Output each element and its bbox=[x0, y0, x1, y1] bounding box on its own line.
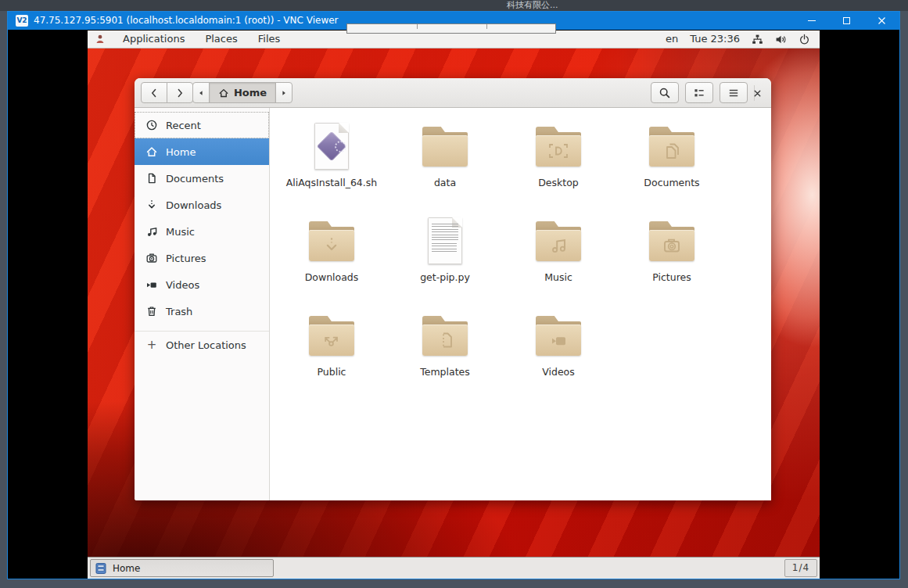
file-item-folder-pictures[interactable]: Pictures bbox=[621, 217, 723, 304]
clock[interactable]: Tue 23:36 bbox=[690, 30, 740, 48]
video-icon bbox=[145, 278, 158, 291]
folder-public-icon bbox=[307, 311, 357, 361]
file-item-shell-script[interactable]: AliAqsInstall_64.sh bbox=[281, 122, 382, 210]
sidebar-item-recent[interactable]: Recent bbox=[135, 112, 269, 138]
file-name: Templates bbox=[420, 367, 470, 378]
video-emblem-icon bbox=[547, 330, 570, 350]
sidebar-item-label: Home bbox=[166, 146, 196, 158]
download-icon bbox=[145, 199, 158, 211]
file-item-folder-documents[interactable]: Documents bbox=[621, 122, 723, 210]
sidebar-item-trash[interactable]: Trash bbox=[135, 298, 269, 324]
sidebar-item-label: Videos bbox=[166, 279, 199, 291]
chevron-right-icon bbox=[174, 87, 186, 99]
music-icon bbox=[145, 225, 158, 238]
trash-icon bbox=[145, 305, 158, 317]
sidebar-item-other-locations[interactable]: + Other Locations bbox=[135, 332, 269, 358]
menu-applications[interactable]: Applications bbox=[113, 30, 195, 48]
home-icon bbox=[145, 145, 158, 158]
background-window-strip: 科技有限公... bbox=[0, 0, 908, 11]
file-item-folder-music[interactable]: Music bbox=[508, 217, 609, 304]
toolbar-separator bbox=[486, 24, 487, 29]
forward-button[interactable] bbox=[167, 82, 193, 103]
sidebar-item-downloads[interactable]: Downloads bbox=[135, 192, 269, 218]
folder-videos-icon bbox=[533, 311, 583, 361]
share-emblem-icon bbox=[320, 330, 343, 350]
documents-emblem-icon bbox=[660, 141, 684, 161]
volume-icon[interactable] bbox=[775, 34, 787, 45]
sidebar-item-documents[interactable]: Documents bbox=[135, 165, 269, 192]
window-list-taskbar: Home 1/4 bbox=[88, 557, 820, 579]
pictures-emblem-icon bbox=[660, 235, 684, 256]
minimize-button[interactable] bbox=[794, 12, 829, 30]
clock-icon bbox=[145, 119, 158, 131]
path-next-button[interactable] bbox=[275, 82, 292, 103]
sidebar-item-label: Other Locations bbox=[166, 339, 246, 351]
places-sidebar: Recent Home Documents Downloads bbox=[135, 108, 270, 500]
minimize-icon bbox=[808, 20, 816, 21]
vnc-floating-toolbar[interactable] bbox=[346, 23, 556, 34]
text-file-icon bbox=[420, 217, 470, 267]
file-item-folder-templates[interactable]: Templates bbox=[394, 311, 496, 399]
close-icon bbox=[752, 88, 763, 99]
folder-desktop-icon bbox=[533, 122, 583, 172]
folder-documents-icon bbox=[647, 122, 697, 172]
file-item-folder-public[interactable]: Public bbox=[281, 311, 382, 399]
path-previous-button[interactable] bbox=[192, 82, 210, 103]
window-menu-button[interactable] bbox=[720, 82, 748, 103]
menu-places[interactable]: Places bbox=[195, 30, 247, 48]
file-name: data bbox=[434, 177, 456, 188]
file-item-folder[interactable]: data bbox=[394, 122, 496, 210]
file-item-folder-downloads[interactable]: Downloads bbox=[281, 217, 382, 304]
files-close-button[interactable] bbox=[749, 86, 765, 100]
keyboard-layout-indicator[interactable]: en bbox=[666, 30, 678, 48]
file-name: Pictures bbox=[652, 272, 691, 283]
gear-icon bbox=[335, 141, 346, 152]
power-icon[interactable] bbox=[799, 34, 810, 45]
icon-view-icon bbox=[693, 87, 705, 99]
workspace-indicator[interactable]: 1/4 bbox=[784, 559, 817, 577]
sidebar-item-music[interactable]: Music bbox=[135, 218, 269, 245]
file-name: AliAqsInstall_64.sh bbox=[286, 177, 377, 188]
files-headerbar[interactable]: Home bbox=[135, 78, 771, 108]
gnome-menus: Applications Places Files bbox=[88, 30, 290, 48]
remote-desktop: Applications Places Files en Tue 23:36 bbox=[88, 30, 820, 579]
shell-script-icon bbox=[307, 122, 357, 172]
network-icon[interactable] bbox=[752, 34, 763, 45]
sidebar-item-label: Pictures bbox=[166, 253, 206, 264]
maximize-button[interactable] bbox=[829, 12, 864, 30]
file-item-folder-desktop[interactable]: Desktop bbox=[508, 122, 609, 210]
path-segment-home[interactable]: Home bbox=[209, 82, 276, 103]
sidebar-item-pictures[interactable]: Pictures bbox=[135, 245, 269, 271]
plus-icon: + bbox=[145, 339, 158, 351]
file-item-folder-videos[interactable]: Videos bbox=[508, 311, 609, 399]
folder-music-icon bbox=[533, 217, 583, 267]
close-button[interactable] bbox=[864, 12, 899, 30]
folder-templates-icon bbox=[420, 311, 470, 361]
hamburger-icon bbox=[727, 87, 740, 99]
back-button[interactable] bbox=[141, 82, 167, 103]
applications-menu-icon bbox=[95, 34, 106, 45]
view-toggle-button[interactable] bbox=[685, 82, 713, 103]
path-segment-label: Home bbox=[234, 87, 267, 99]
folder-pictures-icon bbox=[647, 217, 697, 267]
document-icon bbox=[145, 172, 158, 185]
sidebar-item-label: Documents bbox=[166, 173, 224, 185]
background-window-title: 科技有限公... bbox=[507, 0, 558, 11]
folder-downloads-icon bbox=[307, 217, 357, 267]
file-name: Music bbox=[544, 272, 572, 283]
file-item-text-file[interactable]: get-pip.py bbox=[394, 217, 496, 304]
taskbar-home-button[interactable]: Home bbox=[90, 559, 274, 577]
gnome-status-area: en Tue 23:36 bbox=[666, 30, 820, 48]
sidebar-item-home[interactable]: Home bbox=[135, 138, 269, 165]
menu-files[interactable]: Files bbox=[248, 30, 291, 48]
sidebar-item-label: Trash bbox=[166, 306, 192, 317]
folder-icon bbox=[420, 122, 470, 172]
search-button[interactable] bbox=[651, 82, 679, 103]
sidebar-item-videos[interactable]: Videos bbox=[135, 271, 269, 298]
file-cabinet-icon bbox=[95, 562, 107, 575]
file-name: get-pip.py bbox=[420, 272, 470, 283]
sidebar-item-label: Downloads bbox=[166, 199, 221, 211]
file-name: Videos bbox=[542, 367, 575, 378]
maximize-icon bbox=[843, 17, 850, 24]
taskbar-button-label: Home bbox=[113, 563, 140, 574]
